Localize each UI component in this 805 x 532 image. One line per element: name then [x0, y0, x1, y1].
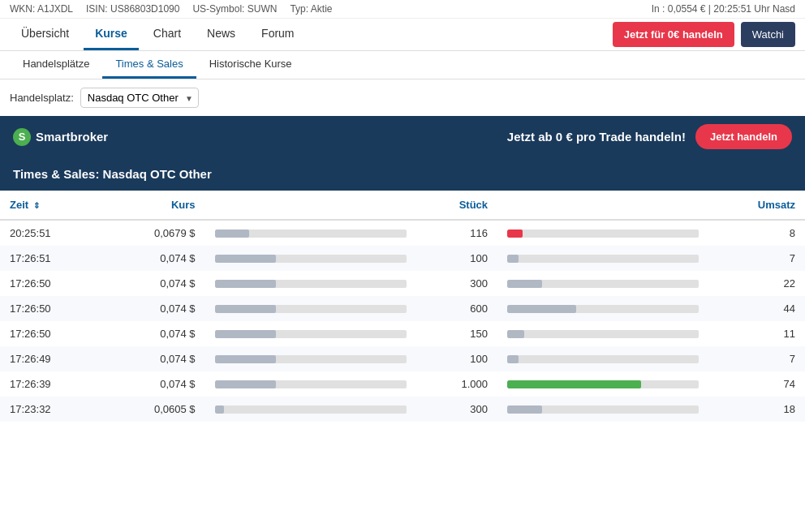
cell-zeit: 17:26:50 — [0, 321, 102, 346]
kurs-bar-fill — [215, 305, 277, 313]
cell-kurs: 0,074 $ — [102, 246, 204, 271]
cell-umsatz: 7 — [708, 246, 805, 271]
stuck-bar-outer — [507, 355, 699, 363]
tab-kurse[interactable]: Kurse — [84, 19, 139, 50]
cell-stuck-bar — [497, 397, 708, 422]
nav-tabs-left: Übersicht Kurse Chart News Forum — [10, 19, 306, 50]
cell-zeit: 20:25:51 — [0, 220, 102, 246]
stuck-bar-fill — [507, 305, 576, 313]
table-row: 17:26:500,074 $ 150 11 — [0, 321, 805, 346]
subtab-times-sales[interactable]: Times & Sales — [102, 51, 196, 79]
th-kurs: Kurs — [102, 191, 204, 220]
cell-kurs: 0,074 $ — [102, 321, 204, 346]
th-bar2 — [497, 191, 708, 220]
subtab-handelsplaetze[interactable]: Handelsplätze — [10, 51, 102, 79]
cell-stuck: 300 — [416, 397, 498, 422]
cell-umsatz: 7 — [708, 346, 805, 371]
nav-tabs: Übersicht Kurse Chart News Forum Jetzt f… — [0, 19, 805, 51]
kurs-bar-track — [215, 405, 407, 414]
smartbroker-logo-name: Smartbroker — [36, 130, 108, 144]
table-body: 20:25:510,0679 $ 116 817:26:510,074 $ 10… — [0, 220, 805, 422]
kurs-bar-fill — [215, 230, 249, 238]
sub-tabs: Handelsplätze Times & Sales Historische … — [0, 51, 805, 79]
tab-forum[interactable]: Forum — [250, 19, 305, 50]
cell-zeit: 17:26:51 — [0, 246, 102, 271]
th-zeit[interactable]: Zeit ⇕ — [0, 191, 102, 220]
stuck-bar-track — [507, 330, 699, 338]
cell-kurs: 0,0605 $ — [102, 397, 204, 422]
cell-stuck: 300 — [416, 271, 498, 296]
handelsplatz-select-wrapper[interactable]: Nasdaq OTC Other — [80, 88, 199, 108]
kurs-bar-outer — [215, 230, 407, 238]
stuck-bar-fill — [507, 380, 641, 388]
symbol-label: US-Symbol: SUWN — [192, 3, 277, 15]
cell-kurs: 0,0679 $ — [102, 220, 204, 246]
table-row: 17:26:390,074 $ 1.000 74 — [0, 371, 805, 397]
table-title: Times & Sales: Nasdaq OTC Other — [0, 157, 805, 191]
jetzt-handeln-button[interactable]: Jetzt handeln — [695, 124, 792, 149]
type-label: Typ: Aktie — [290, 3, 332, 15]
kurs-bar-fill — [215, 380, 277, 388]
handelsplatz-select[interactable]: Nasdaq OTC Other — [80, 88, 199, 108]
stuck-bar-outer — [507, 405, 699, 414]
kurs-bar-outer — [215, 255, 407, 263]
handeln-button[interactable]: Jetzt für 0€ handeln — [613, 22, 734, 47]
data-table: Zeit ⇕ Kurs Stück Umsatz 20:25:510,0679 … — [0, 191, 805, 422]
kurs-bar-track — [215, 255, 407, 263]
kurs-bar-fill — [215, 255, 277, 263]
smartbroker-left: S Smartbroker — [13, 128, 108, 146]
kurs-bar-track — [215, 305, 407, 313]
cell-kurs-bar — [205, 246, 416, 271]
cell-stuck-bar — [497, 220, 708, 246]
cell-stuck: 100 — [416, 346, 498, 371]
cell-zeit: 17:26:49 — [0, 346, 102, 371]
kurs-bar-outer — [215, 380, 407, 388]
cell-stuck: 1.000 — [416, 371, 498, 397]
cell-umsatz: 74 — [708, 371, 805, 397]
kurs-bar-outer — [215, 280, 407, 288]
stuck-bar-fill — [507, 230, 523, 238]
kurs-bar-fill — [215, 280, 277, 288]
table-row: 17:26:490,074 $ 100 7 — [0, 346, 805, 371]
stuck-bar-fill — [507, 355, 519, 363]
cell-kurs: 0,074 $ — [102, 296, 204, 321]
cell-kurs-bar — [205, 296, 416, 321]
stuck-bar-outer — [507, 255, 699, 263]
subtab-historische[interactable]: Historische Kurse — [196, 51, 305, 79]
smartbroker-promo: Jetzt ab 0 € pro Trade handeln! — [507, 130, 686, 144]
tab-uebersicht[interactable]: Übersicht — [10, 19, 80, 50]
cell-umsatz: 8 — [708, 220, 805, 246]
kurs-bar-track — [215, 330, 407, 338]
handelsplatz-row: Handelsplatz: Nasdaq OTC Other — [0, 79, 805, 116]
tab-news[interactable]: News — [196, 19, 247, 50]
table-row: 17:26:500,074 $ 600 44 — [0, 296, 805, 321]
cell-kurs-bar — [205, 321, 416, 346]
stuck-bar-track — [507, 230, 699, 238]
cell-stuck-bar — [497, 246, 708, 271]
stuck-bar-outer — [507, 330, 699, 338]
cell-kurs-bar — [205, 346, 416, 371]
cell-stuck-bar — [497, 321, 708, 346]
cell-stuck: 150 — [416, 321, 498, 346]
zeit-sort-icon: ⇕ — [33, 201, 40, 210]
kurs-bar-fill — [215, 405, 225, 414]
kurs-bar-track — [215, 230, 407, 238]
watchlist-button[interactable]: Watchi — [741, 22, 795, 47]
tab-chart[interactable]: Chart — [142, 19, 192, 50]
stuck-bar-track — [507, 305, 699, 313]
smartbroker-logo-icon: S — [13, 128, 31, 146]
cell-zeit: 17:26:39 — [0, 371, 102, 397]
th-stuck: Stück — [416, 191, 498, 220]
cell-zeit: 17:23:32 — [0, 397, 102, 422]
smartbroker-logo: S Smartbroker — [13, 128, 108, 146]
stuck-bar-outer — [507, 280, 699, 288]
cell-stuck-bar — [497, 271, 708, 296]
stuck-bar-fill — [507, 255, 519, 263]
stuck-bar-track — [507, 355, 699, 363]
table-row: 17:26:510,074 $ 100 7 — [0, 246, 805, 271]
kurs-bar-outer — [215, 355, 407, 363]
cell-stuck: 100 — [416, 246, 498, 271]
cell-stuck-bar — [497, 296, 708, 321]
stuck-bar-outer — [507, 230, 699, 238]
stuck-bar-fill — [507, 330, 524, 338]
